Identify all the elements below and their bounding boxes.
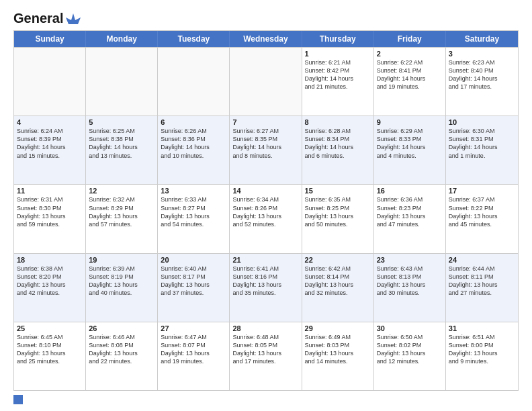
day-number: 6 [161,118,226,126]
day-cell-8: 8Sunrise: 6:28 AM Sunset: 8:34 PM Daylig… [302,116,374,184]
day-cell-20: 20Sunrise: 6:40 AM Sunset: 8:17 PM Dayli… [158,254,230,322]
day-cell-31: 31Sunrise: 6:51 AM Sunset: 8:00 PM Dayli… [446,322,518,390]
day-number: 3 [449,50,515,58]
day-info: Sunrise: 6:45 AM Sunset: 8:10 PM Dayligh… [17,333,83,366]
day-info: Sunrise: 6:30 AM Sunset: 8:31 PM Dayligh… [449,127,515,160]
day-info: Sunrise: 6:21 AM Sunset: 8:42 PM Dayligh… [305,58,371,91]
calendar-week-4: 18Sunrise: 6:38 AM Sunset: 8:20 PM Dayli… [14,253,518,322]
day-cell-1: 1Sunrise: 6:21 AM Sunset: 8:42 PM Daylig… [302,48,374,116]
day-info: Sunrise: 6:26 AM Sunset: 8:36 PM Dayligh… [161,127,226,160]
day-info: Sunrise: 6:32 AM Sunset: 8:29 PM Dayligh… [89,195,154,228]
day-number: 26 [89,324,154,332]
day-number: 23 [377,256,443,264]
logo-icon [66,12,81,26]
day-cell-30: 30Sunrise: 6:50 AM Sunset: 8:02 PM Dayli… [374,322,446,390]
day-number: 31 [449,324,515,332]
day-info: Sunrise: 6:36 AM Sunset: 8:23 PM Dayligh… [377,195,443,228]
page: General SundayMondayTuesdayWednesdayThur… [0,0,532,411]
day-header-monday: Monday [86,31,158,47]
empty-cell [230,48,302,116]
day-number: 4 [17,118,83,126]
day-cell-13: 13Sunrise: 6:33 AM Sunset: 8:27 PM Dayli… [158,185,230,253]
day-info: Sunrise: 6:42 AM Sunset: 8:14 PM Dayligh… [305,265,371,298]
empty-cell [14,48,86,116]
day-header-sunday: Sunday [14,31,86,47]
day-info: Sunrise: 6:39 AM Sunset: 8:19 PM Dayligh… [89,265,154,298]
day-cell-18: 18Sunrise: 6:38 AM Sunset: 8:20 PM Dayli… [14,254,86,322]
day-info: Sunrise: 6:47 AM Sunset: 8:07 PM Dayligh… [161,333,226,366]
day-number: 14 [232,187,298,195]
header: General [13,11,519,24]
day-number: 2 [377,50,443,58]
day-number: 5 [89,118,154,126]
day-cell-28: 28Sunrise: 6:48 AM Sunset: 8:05 PM Dayli… [230,322,302,390]
day-number: 22 [305,256,371,264]
calendar-week-5: 25Sunrise: 6:45 AM Sunset: 8:10 PM Dayli… [14,322,518,390]
day-number: 1 [305,50,371,58]
day-cell-11: 11Sunrise: 6:31 AM Sunset: 8:30 PM Dayli… [14,185,86,253]
empty-cell [86,48,158,116]
day-number: 20 [161,256,226,264]
calendar-week-2: 4Sunrise: 6:24 AM Sunset: 8:39 PM Daylig… [14,116,518,184]
day-info: Sunrise: 6:37 AM Sunset: 8:22 PM Dayligh… [449,195,515,228]
day-header-saturday: Saturday [446,31,518,47]
day-info: Sunrise: 6:25 AM Sunset: 8:38 PM Dayligh… [89,127,154,160]
logo-general: General [13,11,63,26]
day-info: Sunrise: 6:44 AM Sunset: 8:11 PM Dayligh… [449,265,515,298]
day-info: Sunrise: 6:28 AM Sunset: 8:34 PM Dayligh… [305,127,371,160]
day-info: Sunrise: 6:46 AM Sunset: 8:08 PM Dayligh… [89,333,154,366]
day-number: 28 [232,324,298,332]
day-cell-5: 5Sunrise: 6:25 AM Sunset: 8:38 PM Daylig… [86,116,158,184]
empty-cell [158,48,230,116]
legend-color-box [13,395,23,404]
day-info: Sunrise: 6:49 AM Sunset: 8:03 PM Dayligh… [305,333,371,366]
day-info: Sunrise: 6:41 AM Sunset: 8:16 PM Dayligh… [232,265,298,298]
day-number: 29 [305,324,371,332]
day-cell-27: 27Sunrise: 6:47 AM Sunset: 8:07 PM Dayli… [158,322,230,390]
day-cell-16: 16Sunrise: 6:36 AM Sunset: 8:23 PM Dayli… [374,185,446,253]
calendar-header: SundayMondayTuesdayWednesdayThursdayFrid… [14,31,518,47]
day-cell-10: 10Sunrise: 6:30 AM Sunset: 8:31 PM Dayli… [446,116,518,184]
day-number: 10 [449,118,515,126]
day-cell-12: 12Sunrise: 6:32 AM Sunset: 8:29 PM Dayli… [86,185,158,253]
day-cell-22: 22Sunrise: 6:42 AM Sunset: 8:14 PM Dayli… [302,254,374,322]
day-number: 16 [377,187,443,195]
calendar-week-3: 11Sunrise: 6:31 AM Sunset: 8:30 PM Dayli… [14,184,518,253]
day-cell-23: 23Sunrise: 6:43 AM Sunset: 8:13 PM Dayli… [374,254,446,322]
day-number: 21 [232,256,298,264]
day-info: Sunrise: 6:33 AM Sunset: 8:27 PM Dayligh… [161,195,226,228]
day-info: Sunrise: 6:31 AM Sunset: 8:30 PM Dayligh… [17,195,83,228]
day-number: 24 [449,256,515,264]
calendar-week-1: 1Sunrise: 6:21 AM Sunset: 8:42 PM Daylig… [14,47,518,116]
day-cell-19: 19Sunrise: 6:39 AM Sunset: 8:19 PM Dayli… [86,254,158,322]
day-header-wednesday: Wednesday [230,31,302,47]
day-number: 25 [17,324,83,332]
day-number: 9 [377,118,443,126]
day-number: 7 [232,118,298,126]
day-info: Sunrise: 6:51 AM Sunset: 8:00 PM Dayligh… [449,333,515,366]
day-cell-29: 29Sunrise: 6:49 AM Sunset: 8:03 PM Dayli… [302,322,374,390]
legend [13,395,519,404]
day-number: 18 [17,256,83,264]
day-number: 15 [305,187,371,195]
day-number: 12 [89,187,154,195]
day-number: 30 [377,324,443,332]
calendar: SundayMondayTuesdayWednesdayThursdayFrid… [13,30,519,391]
day-header-friday: Friday [374,31,446,47]
day-cell-6: 6Sunrise: 6:26 AM Sunset: 8:36 PM Daylig… [158,116,230,184]
day-cell-24: 24Sunrise: 6:44 AM Sunset: 8:11 PM Dayli… [446,254,518,322]
day-info: Sunrise: 6:29 AM Sunset: 8:33 PM Dayligh… [377,127,443,160]
day-number: 19 [89,256,154,264]
day-cell-26: 26Sunrise: 6:46 AM Sunset: 8:08 PM Dayli… [86,322,158,390]
day-number: 8 [305,118,371,126]
day-info: Sunrise: 6:48 AM Sunset: 8:05 PM Dayligh… [232,333,298,366]
day-number: 27 [161,324,226,332]
day-info: Sunrise: 6:38 AM Sunset: 8:20 PM Dayligh… [17,265,83,298]
day-info: Sunrise: 6:40 AM Sunset: 8:17 PM Dayligh… [161,265,226,298]
day-info: Sunrise: 6:50 AM Sunset: 8:02 PM Dayligh… [377,333,443,366]
logo: General [13,11,81,24]
day-info: Sunrise: 6:35 AM Sunset: 8:25 PM Dayligh… [305,195,371,228]
day-number: 11 [17,187,83,195]
day-cell-17: 17Sunrise: 6:37 AM Sunset: 8:22 PM Dayli… [446,185,518,253]
day-cell-21: 21Sunrise: 6:41 AM Sunset: 8:16 PM Dayli… [230,254,302,322]
